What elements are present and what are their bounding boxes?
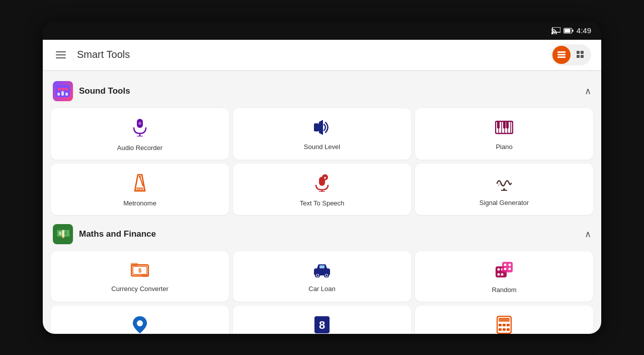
svg-rect-3 (572, 29, 573, 32)
audio-recorder-card[interactable]: Audio Recorder (51, 108, 229, 160)
sound-level-icon (313, 119, 331, 138)
tts-svg: ♥ (314, 174, 330, 192)
svg-point-58 (498, 268, 500, 270)
sound-tools-icon (53, 81, 73, 101)
svg-point-14 (61, 88, 64, 91)
svg-rect-5 (557, 51, 566, 53)
piano-label: Piano (496, 143, 512, 151)
svg-rect-11 (581, 55, 584, 58)
currency-converter-card[interactable]: $ Currency Converter (51, 251, 229, 302)
svg-text:8: 8 (319, 319, 325, 331)
calculator-card[interactable]: Calculator (415, 306, 593, 334)
svg-point-66 (509, 267, 511, 270)
maths-finance-section: 💵 Maths and Finance ∧ $ (51, 219, 593, 334)
sound-tools-svg (55, 84, 70, 98)
sound-tools-header[interactable]: Sound Tools ∧ (51, 76, 593, 106)
svg-rect-50 (142, 274, 149, 277)
maths-finance-icon: 💵 (53, 224, 73, 244)
svg-rect-76 (503, 328, 506, 331)
pin-svg (132, 316, 147, 334)
svg-rect-10 (577, 55, 580, 58)
svg-rect-4 (565, 29, 571, 32)
svg-rect-32 (506, 121, 509, 128)
svg-text:$: $ (138, 267, 141, 273)
status-icons: 4:49 (551, 26, 591, 35)
signal-generator-card[interactable]: Signal Generator (415, 164, 593, 215)
location-card[interactable]: Location (51, 306, 229, 334)
svg-point-63 (504, 263, 507, 266)
location-pin-icon (132, 316, 147, 334)
car-svg (313, 262, 331, 277)
svg-rect-6 (557, 54, 566, 55)
tts-label: Text To Speech (300, 199, 345, 207)
svg-rect-8 (577, 51, 580, 54)
app-title: Smart Tools (77, 49, 551, 60)
list-icon (557, 51, 566, 59)
view-toggle (551, 44, 591, 65)
svg-point-13 (58, 88, 61, 91)
signal-svg (495, 174, 513, 191)
svg-rect-74 (507, 324, 510, 326)
cast-icon (551, 27, 560, 34)
piano-svg (495, 119, 513, 135)
signal-generator-label: Signal Generator (479, 199, 529, 206)
svg-rect-30 (497, 121, 500, 128)
speaker-svg (313, 119, 331, 135)
svg-point-22 (138, 122, 141, 125)
currency-converter-label: Currency Converter (111, 285, 168, 293)
car-icon (313, 262, 331, 280)
piano-card[interactable]: Piano (415, 108, 593, 160)
metronome-icon (132, 174, 148, 194)
svg-rect-75 (499, 328, 502, 331)
svg-point-15 (65, 88, 68, 91)
hamburger-menu[interactable] (53, 48, 69, 61)
svg-rect-73 (503, 324, 506, 326)
maths-finance-header[interactable]: 💵 Maths and Finance ∧ (51, 219, 593, 249)
grid-view-button[interactable] (572, 46, 590, 64)
svg-point-56 (326, 274, 328, 276)
list-view-button[interactable] (552, 46, 571, 64)
svg-rect-9 (581, 51, 584, 54)
svg-rect-37 (136, 187, 143, 190)
status-time: 4:49 (577, 26, 591, 35)
maths-finance-grid: $ Currency Converter (51, 251, 593, 334)
calc-svg (497, 316, 512, 334)
num8-svg: 8 (314, 316, 330, 334)
svg-point-67 (137, 320, 143, 326)
currency-svg: $ (131, 262, 149, 277)
number8-card[interactable]: 8 Number (233, 306, 411, 334)
screen: Smart Tools (43, 40, 601, 334)
svg-rect-62 (502, 262, 513, 272)
text-to-speech-card[interactable]: ♥ Text To Speech (233, 164, 411, 215)
svg-rect-72 (499, 324, 502, 326)
metronome-card[interactable]: Metronome (51, 164, 229, 215)
random-label: Random (492, 286, 516, 294)
toolbar: Smart Tools (43, 40, 601, 70)
sound-level-label: Sound Level (304, 143, 340, 151)
svg-rect-31 (503, 121, 506, 128)
audio-recorder-icon (132, 118, 148, 139)
battery-icon (564, 28, 574, 34)
content-area: Sound Tools ∧ (43, 70, 601, 334)
tts-icon: ♥ (314, 174, 330, 194)
svg-rect-23 (314, 123, 319, 131)
num8-icon: 8 (314, 316, 330, 334)
status-bar: 4:49 (43, 22, 601, 40)
dice-svg (495, 261, 513, 278)
svg-point-36 (139, 176, 141, 178)
svg-point-65 (504, 267, 507, 270)
svg-point-55 (316, 274, 318, 276)
svg-point-61 (501, 273, 504, 275)
sound-level-card[interactable]: Sound Level (233, 108, 411, 160)
metronome-svg (132, 174, 148, 192)
signal-icon (495, 174, 513, 194)
sound-tools-section: Sound Tools ∧ (51, 76, 593, 215)
svg-rect-49 (131, 263, 138, 266)
grid-icon (577, 51, 585, 59)
car-loan-card[interactable]: Car Loan (233, 251, 411, 302)
sound-tools-chevron[interactable]: ∧ (585, 86, 591, 97)
random-card[interactable]: Random (415, 251, 593, 302)
dice-icon (495, 261, 513, 281)
svg-point-60 (498, 273, 500, 275)
maths-finance-chevron[interactable]: ∧ (585, 229, 591, 240)
